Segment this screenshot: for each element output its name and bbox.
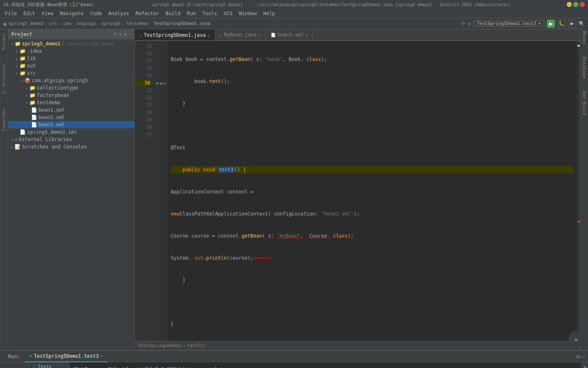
tab-close-2[interactable]: ✕ — [258, 33, 261, 37]
tree-package[interactable]: ▾ 📦 com.atguigu.spring5 — [8, 77, 134, 84]
menu-tools[interactable]: Tools — [199, 9, 220, 18]
title-bar-title: spring5_demo2 [E:\work\spring5_demo2] - … — [96, 2, 567, 7]
breadcrumb-method[interactable]: test3() — [187, 343, 206, 348]
minimize-panel-icon[interactable]: ─ — [581, 353, 585, 360]
breadcrumb-spring5[interactable]: spring5 — [102, 21, 120, 26]
menu-window[interactable]: Window — [236, 9, 260, 18]
ant-build-icon[interactable]: Ant Build — [581, 91, 587, 115]
tree-arrow-el: ▸ — [10, 137, 15, 142]
menu-code[interactable]: Code — [87, 9, 105, 18]
toolbar-actions: ⟳ ⚙ TestSpring5Demo1.test3 ▾ ▶ 🐛 ▶ 🔍 — [461, 20, 585, 28]
run-output[interactable]: "D:\Program Files\Java\jdk1.8.0_181\bin\… — [69, 362, 581, 368]
coverage-button[interactable]: ▶ — [568, 20, 576, 28]
tree-root-path: E:\work\spring5_demo2 — [62, 42, 114, 46]
tab-bean3xml[interactable]: 📄 bean3.xml ✕ — [266, 29, 313, 40]
breadcrumb-testdemo[interactable]: testdemo — [126, 21, 148, 26]
project-panel-icon[interactable]: Project — [1, 31, 7, 52]
tree-external-libs[interactable]: ▸ ⚙ External Libraries — [8, 136, 134, 143]
search-everywhere-icon[interactable]: 🔍 — [579, 21, 585, 27]
panel-filter-icon[interactable]: ≡ — [119, 31, 122, 37]
gutter-35 — [155, 116, 167, 123]
gutter-37 — [155, 131, 167, 138]
tab-close-1[interactable]: ✕ — [207, 33, 210, 38]
tree-out-label: out — [27, 63, 36, 69]
sidebar-right: Maven Database Ant Build — [580, 29, 588, 350]
minimize-button[interactable]: ─ — [567, 2, 572, 7]
run-config-selector[interactable]: TestSpring5Demo1.test3 ▾ — [473, 20, 544, 27]
breadcrumb-project[interactable]: spring5_demo2 — [8, 21, 43, 26]
tree-idea[interactable]: ▸ 📁 .idea — [8, 47, 134, 55]
menu-view[interactable]: View — [38, 9, 57, 18]
panel-settings-icon[interactable]: ⚙ — [124, 31, 127, 37]
tree-out[interactable]: ▸ 📁 out — [8, 62, 134, 70]
run-config-label: TestSpring5Demo1.test3 — [477, 21, 537, 26]
menu-analyze[interactable]: Analyze — [105, 9, 132, 18]
run-test-icon[interactable]: ▶ — [156, 80, 159, 86]
breadcrumb-class[interactable]: TestSpring5Demo1 — [138, 343, 181, 348]
breadcrumb-src[interactable]: src — [49, 21, 58, 26]
code-line-28 — [171, 122, 573, 129]
menu-edit[interactable]: Edit — [20, 9, 38, 18]
menu-run[interactable]: Run — [184, 9, 199, 18]
database-icon[interactable]: Database — [581, 57, 587, 79]
title-bar-text: 15.尚硅谷_IOC容器-Bean管理（工厂bean） — [3, 2, 96, 8]
structure-icon[interactable]: 2: Structure — [1, 63, 7, 96]
debug-button[interactable]: 🐛 — [557, 20, 566, 28]
scratches-icon: 📝 — [15, 144, 21, 150]
menu-navigate[interactable]: Navigate — [57, 9, 87, 18]
settings-icon-run[interactable]: ⚙ — [576, 353, 579, 360]
maximize-button[interactable]: □ — [573, 2, 578, 7]
tree-lib[interactable]: ▸ 📁 lib — [8, 55, 134, 62]
output-cmd: "D:\Program Files\Java\jdk1.8.0_181\bin\… — [73, 366, 578, 368]
code-line-32: new ClassPathXmlApplicationContext( conf… — [171, 210, 573, 218]
gutter-29 — [155, 72, 167, 79]
menu-help[interactable]: Help — [260, 9, 278, 18]
tab-mybean[interactable]: ☕ MyBean.java ✕ — [215, 29, 266, 40]
gutter-31 — [155, 87, 167, 94]
menu-file[interactable]: File — [2, 9, 20, 18]
menu-vcs[interactable]: VCS — [220, 9, 236, 18]
code-line-25: Book book = context.getBean( s: "book", … — [171, 56, 573, 63]
tree-collectiontype[interactable]: ▸ 📁 collectiontype — [8, 84, 134, 92]
tree-bean2[interactable]: 📄 bean2.xml — [8, 114, 134, 121]
tree-factorybean[interactable]: ▸ 📁 factorybean — [8, 92, 134, 99]
tree-package-label: com.atguigu.spring5 — [32, 78, 88, 83]
breadcrumb-com[interactable]: com — [63, 21, 71, 26]
tab-close-3[interactable]: ✕ — [305, 33, 308, 37]
tab-testspring5demo1[interactable]: ☕ TestSpring5Demo1.java ✕ — [135, 29, 215, 40]
tree-testdemo[interactable]: ▾ 📁 testdemo — [8, 99, 134, 106]
tree-root[interactable]: ▾ 📁 spring5_demo2 E:\work\spring5_demo2 — [8, 40, 134, 47]
breadcrumb-atguigu[interactable]: atguigu — [77, 21, 96, 26]
run-tab-test3[interactable]: ▶ TestSpring5Demo1.test3 ✕ — [25, 351, 108, 362]
iml-icon: 📄 — [20, 129, 26, 135]
code-line-37: } — [171, 321, 573, 328]
run-tab-close[interactable]: ✕ — [100, 354, 103, 358]
run-button[interactable]: ▶ — [547, 20, 555, 28]
close-button[interactable]: ✕ — [580, 2, 585, 7]
tree-scratches[interactable]: ▸ 📝 Scratches and Consoles — [8, 143, 134, 150]
maven-icon[interactable]: Maven — [581, 31, 587, 45]
panel-close-icon[interactable]: ─ — [128, 31, 131, 37]
folder-icon-ct: 📁 — [29, 85, 36, 91]
xml-icon-b2: 📄 — [31, 114, 37, 120]
marker-red — [577, 221, 580, 222]
menu-refactor[interactable]: Refactor — [132, 9, 163, 18]
breadcrumb-file[interactable]: TestSpring5Demo1.java — [154, 21, 210, 26]
tree-arrow-td: ▾ — [24, 101, 29, 105]
tree-src[interactable]: ▾ 📁 src — [8, 70, 134, 77]
tree-iml[interactable]: 📄 spring5_demo2.iml — [8, 128, 134, 136]
scroll-up-icon[interactable]: ▲ — [584, 364, 586, 368]
gutter-30[interactable]: ▶ ◉ ⚠ — [155, 79, 167, 87]
tree-bean1[interactable]: 📄 bean1.xml — [8, 106, 134, 114]
folder-icon-td: 📁 — [29, 100, 36, 105]
tree-bean3[interactable]: 📄 bean3.xml — [8, 121, 134, 128]
settings-icon[interactable]: ⚙ — [468, 21, 470, 27]
favorites-icon[interactable]: Favorites — [1, 107, 7, 132]
sync-icon[interactable]: ⟳ — [461, 21, 465, 27]
code-content[interactable]: Book book = context.getBean( s: "book", … — [167, 41, 577, 341]
ln-32: 32 — [135, 94, 152, 101]
bookmark-icon[interactable]: ◉ — [160, 81, 163, 85]
tree-td-label: testdemo — [37, 100, 60, 105]
menu-build[interactable]: Build — [163, 9, 184, 18]
panel-sync-icon[interactable]: ⟳ — [113, 31, 117, 37]
